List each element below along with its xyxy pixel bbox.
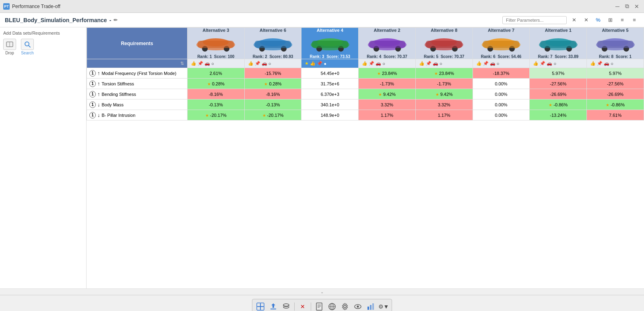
header-close2-btn[interactable]: ✕ [581, 15, 591, 25]
alt2-circle-icon[interactable]: ○ [382, 61, 385, 66]
toolbar-settings-btn[interactable] [339, 301, 351, 311]
app-header: BLEU_Body_Simulation_Performance - ✏ ✕ ✕… [0, 13, 644, 27]
req-label-bending-stiff: 1 ↑ Bending Stiffness [87, 89, 188, 100]
drop-action[interactable]: Drop [3, 39, 16, 55]
alt6-pin-icon[interactable]: 📌 [255, 61, 260, 66]
alt3-icon-cell: 👍 📌 🚗 ○ [187, 59, 244, 68]
sidebar-title: Add Data sets/Requirements [3, 31, 83, 35]
alt4-car-img [308, 33, 352, 53]
alt8-thumb-up-icon[interactable]: 👍 [419, 61, 425, 66]
search-action[interactable]: Search [21, 39, 34, 55]
col-alt4: Alternative 4 Rank: 3 Score: 73.53 [301, 28, 359, 59]
svg-rect-61 [370, 305, 372, 310]
header-grid-btn[interactable]: ⊞ [605, 15, 615, 25]
header-list2-btn[interactable]: ≡ [630, 15, 639, 25]
alt7-circle-icon[interactable]: ○ [497, 61, 500, 66]
alt4-thumb-up-icon[interactable]: 👍 [310, 61, 316, 66]
collapse-handle-bar[interactable]: ⌄ [0, 288, 644, 295]
toolbar-doc-btn[interactable] [314, 301, 325, 311]
alt5-thumb-up-icon[interactable]: 👍 [590, 61, 596, 66]
header-percent-btn[interactable]: % [593, 15, 603, 25]
alt1-car-img [536, 33, 580, 53]
alt2-rank-score: Rank: 4 Score: 70.37 [359, 54, 415, 59]
filter-input[interactable] [502, 16, 567, 24]
alt6-car-icon[interactable]: 🚗 [262, 61, 267, 66]
alt3-pin-icon[interactable]: 📌 [198, 61, 203, 66]
alt3-thumb-up-icon[interactable]: 👍 [191, 61, 196, 66]
bending-stiff-label: Bending Stiffness [102, 92, 136, 97]
alt2-label: Alternative 2 [359, 28, 415, 33]
svg-rect-47 [270, 309, 276, 309]
modal-freq-alt5: 5.97% [587, 68, 644, 79]
svg-rect-33 [483, 41, 519, 48]
alt7-pin-icon[interactable]: 📌 [483, 61, 489, 66]
svg-line-3 [29, 46, 30, 47]
req-label-torsion-stiff: 1 ↑ Torsion Stiffness [87, 79, 188, 89]
col-requirements: Requirements [87, 28, 188, 59]
header-right: ✕ ✕ % ⊞ ≡ ≡ [502, 15, 639, 25]
alt5-circle-icon[interactable]: ○ [611, 61, 613, 66]
alt1-circle-icon[interactable]: ○ [553, 61, 556, 66]
toolbar-more-btn[interactable]: ⚙▼ [378, 301, 389, 311]
alt3-label: Alternative 3 [188, 28, 244, 33]
alt3-car-icon[interactable]: 🚗 [204, 61, 210, 66]
toolbar-close-btn[interactable]: ✕ [297, 301, 308, 311]
torsion-alt4: 31.75e+6 [301, 79, 359, 89]
title-bar-text: Performance Trade-off [12, 4, 60, 9]
col-alt7: Alternative 7 Rank: 6 Score: 54.46 [473, 28, 530, 59]
svg-rect-13 [255, 41, 291, 48]
alt4-pin-icon[interactable]: 📌 [317, 61, 322, 66]
header-close-btn[interactable]: ✕ [569, 15, 579, 25]
bending-alt6: -8.16% [244, 89, 301, 100]
alt8-car-img [422, 33, 466, 53]
alt5-car-icon[interactable]: 🚗 [604, 61, 609, 66]
alt4-label: Alternative 4 [301, 28, 358, 33]
toolbar-export-btn[interactable] [268, 301, 279, 311]
alt8-pin-icon[interactable]: 📌 [426, 61, 431, 66]
b-pillar-alt4: 148.9e+0 [301, 110, 359, 120]
alt8-car-icon[interactable]: 🚗 [433, 61, 438, 66]
alt1-car-icon[interactable]: 🚗 [547, 61, 552, 66]
close-button[interactable]: ✕ [633, 2, 641, 10]
alt8-circle-icon[interactable]: ○ [440, 61, 442, 66]
svg-rect-8 [198, 41, 234, 48]
alt3-car-img [194, 33, 238, 53]
maximize-button[interactable]: ⧉ [623, 2, 631, 10]
alt4-star-icon[interactable]: ★ [305, 61, 309, 66]
svg-point-59 [357, 305, 359, 307]
alt5-pin-icon[interactable]: 📌 [597, 61, 603, 66]
alt1-thumb-up-icon[interactable]: 👍 [533, 61, 539, 66]
svg-rect-45 [257, 306, 264, 307]
alt7-car-icon[interactable]: 🚗 [490, 61, 495, 66]
alt2-pin-icon[interactable]: 📌 [369, 61, 374, 66]
sort-icon[interactable]: ⇅ [180, 61, 184, 66]
toolbar-chart-btn[interactable] [365, 301, 376, 311]
toolbar-add-btn[interactable] [255, 301, 266, 311]
alt2-car-icon[interactable]: 🚗 [376, 61, 381, 66]
search-icon-btn [21, 39, 34, 50]
search-label: Search [21, 51, 34, 55]
alt3-circle-icon[interactable]: ○ [211, 61, 214, 66]
header-list-btn[interactable]: ≡ [617, 15, 627, 25]
priority-bending-stiff: 1 [89, 91, 96, 97]
toolbar-eye-btn[interactable] [352, 301, 363, 311]
alt2-thumb-up-icon[interactable]: 👍 [362, 61, 367, 66]
minimize-button[interactable]: ─ [613, 2, 621, 10]
col-alt6: Alternative 6 Rank: 2 Score: 80.93 [244, 28, 301, 59]
b-pillar-label: B- Pillar Intrusion [102, 113, 136, 118]
body-mass-alt1: ★ -0.86% [530, 100, 587, 110]
priority-torsion-stiff: 1 [89, 81, 96, 87]
alt1-pin-icon[interactable]: 📌 [540, 61, 545, 66]
sidebar-actions: Drop Search [3, 39, 83, 55]
priority-body-mass: 1 [89, 102, 96, 108]
alt7-label: Alternative 7 [473, 28, 530, 33]
alt5-icon-cell: 👍 📌 🚗 ○ [587, 59, 644, 68]
alt5-label: Alternative 5 [587, 28, 644, 33]
edit-title-icon[interactable]: ✏ [114, 17, 118, 23]
alt6-circle-icon[interactable]: ○ [268, 61, 271, 66]
toolbar-db-btn[interactable] [281, 301, 292, 311]
alt4-circle-icon[interactable]: ● [324, 61, 326, 66]
alt6-thumb-up-icon[interactable]: 👍 [248, 61, 254, 66]
alt7-thumb-up-icon[interactable]: 👍 [476, 61, 482, 66]
toolbar-globe-btn[interactable] [326, 301, 338, 311]
